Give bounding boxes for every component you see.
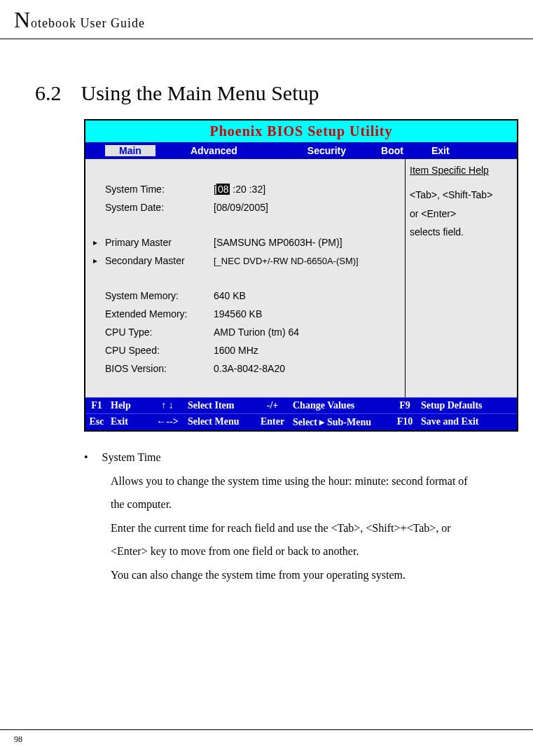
tab-boot[interactable]: Boot [374,145,410,156]
system-memory-label: System Memory: [105,287,214,304]
f10-label: Save and Exit [418,416,517,428]
bios-setup-box: Phoenix BIOS Setup Utility Main Advanced… [84,119,518,432]
bios-title: Phoenix BIOS Setup Utility [85,121,517,142]
row-bios-version: BIOS Version: 0.3A-8042-8A20 [85,359,405,378]
plusminus-label: Change Values [290,400,392,411]
esc-key: Esc [85,416,108,428]
row-cpu-type: CPU Type: AMD Turion (tm) 64 [85,323,405,341]
bios-body: System Time: [08 :20 :32] System Date: [… [85,159,517,397]
help-header: Item Specific Help [406,159,517,179]
body-desc-1: Allows you to change the system time usi… [111,469,470,516]
header-title: Notebook User Guide [14,7,519,33]
tab-exit[interactable]: Exit [424,145,457,156]
enter-label: Select ▸ Sub-Menu [290,416,392,428]
bios-tabs: Main Advanced Security Boot Exit [85,142,517,159]
cpu-type-label: CPU Type: [105,324,214,341]
body-desc-3: You can also change the system time from… [111,563,470,587]
cpu-speed-value: 1600 MHz [214,342,405,359]
tab-main[interactable]: Main [105,145,155,156]
system-date-label: System Date: [105,199,214,216]
submenu-icon: ▸ [85,256,105,266]
system-time-label: System Time: [105,181,214,198]
page-header: Notebook User Guide [0,0,533,39]
extended-memory-label: Extended Memory: [105,305,214,322]
system-time-hour[interactable]: 08 [216,184,230,195]
cpu-speed-label: CPU Speed: [105,342,214,359]
row-primary-master[interactable]: ▸ Primary Master [SAMSUNG MP0603H- (PM)] [85,233,405,252]
esc-label: Exit [108,416,150,428]
f9-key: F9 [392,400,418,411]
section-number: 6.2 [35,81,62,105]
help-body: <Tab>, <Shift-Tab> or <Enter> selects fi… [406,179,517,249]
body-text: • System Time Allows you to change the s… [84,446,470,587]
page-footer: 98 [0,729,533,745]
leftright-label: Select Menu [185,416,255,428]
f10-key: F10 [392,416,418,428]
row-system-time[interactable]: System Time: [08 :20 :32] [85,180,405,198]
leftright-key: ←--> [150,416,185,428]
page-number: 98 [14,734,22,744]
bullet-icon: • [84,446,88,469]
secondary-master-value: [_NEC DVD+/-RW ND-6650A-(SM)] [214,253,405,269]
tab-advanced[interactable]: Advanced [184,145,244,156]
primary-master-value: [SAMSUNG MP0603H- (PM)] [214,234,405,251]
plusminus-key: -/+ [255,400,290,411]
primary-master-label: Primary Master [105,234,214,251]
bullet-title: System Time [102,446,161,469]
content-area: 6.2 Using the Main Menu Setup Phoenix BI… [0,39,533,587]
bios-version-label: BIOS Version: [105,360,214,377]
cpu-type-value: AMD Turion (tm) 64 [214,324,405,341]
bios-main-panel: System Time: [08 :20 :32] System Date: [… [85,159,405,397]
row-extended-memory: Extended Memory: 194560 KB [85,305,405,323]
bios-footer: F1 Help ↑ ↓ Select Item -/+ Change Value… [85,397,517,430]
system-memory-value: 640 KB [214,287,405,304]
row-system-date[interactable]: System Date: [08/09/2005] [85,198,405,217]
bios-help-panel: Item Specific Help <Tab>, <Shift-Tab> or… [405,159,517,397]
updown-label: Select Item [185,400,255,411]
enter-key: Enter [255,416,290,428]
row-secondary-master[interactable]: ▸ Secondary Master [_NEC DVD+/-RW ND-665… [85,252,405,270]
section-heading: 6.2 Using the Main Menu Setup [35,81,498,105]
secondary-master-label: Secondary Master [105,252,214,269]
section-title: Using the Main Menu Setup [81,81,319,105]
f1-label: Help [108,400,150,411]
submenu-icon: ▸ [85,238,105,247]
bios-version-value: 0.3A-8042-8A20 [214,360,405,377]
tab-security[interactable]: Security [300,145,353,156]
extended-memory-value: 194560 KB [214,305,405,322]
f1-key: F1 [85,400,108,411]
f9-label: Setup Defaults [418,400,517,411]
system-date-value[interactable]: [08/09/2005] [214,199,405,216]
row-cpu-speed: CPU Speed: 1600 MHz [85,341,405,359]
system-time-value[interactable]: [08 :20 :32] [214,181,405,198]
updown-key: ↑ ↓ [150,400,185,411]
row-system-memory: System Memory: 640 KB [85,287,405,305]
body-desc-2: Enter the current time for reach field a… [111,516,470,563]
